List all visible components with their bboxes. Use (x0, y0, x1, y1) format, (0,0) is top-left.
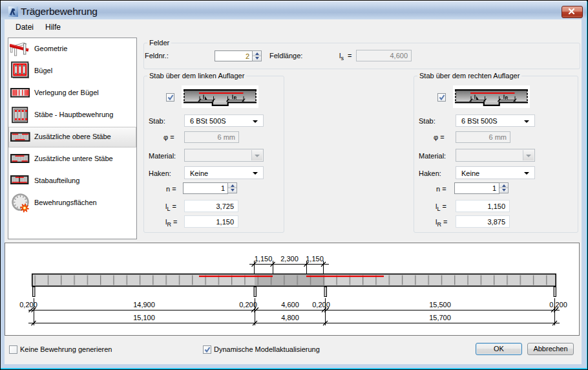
svg-text:4,600: 4,600 (281, 301, 299, 309)
svg-text:0,200: 0,200 (549, 301, 567, 309)
svg-text:15,500: 15,500 (429, 301, 451, 309)
svg-text:14,900: 14,900 (133, 301, 155, 309)
svg-text:2,300: 2,300 (280, 255, 299, 263)
svg-text:4,800: 4,800 (281, 314, 299, 321)
svg-text:0,200: 0,200 (19, 301, 37, 309)
svg-text:1,150: 1,150 (255, 255, 273, 263)
svg-text:0,200: 0,200 (239, 301, 257, 309)
svg-text:15,100: 15,100 (133, 314, 155, 321)
svg-text:1,150: 1,150 (306, 255, 324, 263)
svg-text:0,200: 0,200 (312, 301, 330, 309)
svg-text:15,700: 15,700 (429, 314, 451, 321)
